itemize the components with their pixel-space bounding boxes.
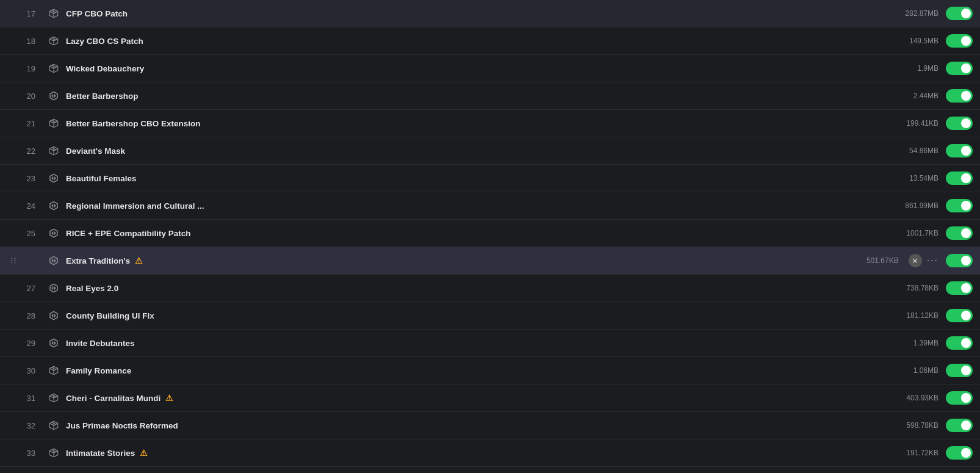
mod-name-text: Beautiful Females — [66, 174, 137, 183]
mod-name-text: Lazy CBO CS Patch — [66, 37, 143, 46]
mod-name: Better Barbershop CBO Extension — [66, 119, 865, 128]
package-icon — [46, 116, 61, 131]
mod-name: Deviant's Mask — [66, 146, 865, 156]
mod-toggle[interactable] — [946, 199, 973, 212]
mod-name: Family Romance — [66, 366, 865, 375]
mod-number: 27 — [20, 284, 41, 293]
mod-toggle[interactable] — [946, 117, 973, 130]
warning-icon: ⚠ — [165, 393, 173, 403]
svg-point-3 — [15, 258, 16, 259]
mod-size: 181.12KB — [865, 311, 939, 320]
mod-name: Lazy CBO CS Patch — [66, 37, 865, 46]
mod-name: County Building UI Fix — [66, 311, 865, 320]
mod-toggle[interactable] — [946, 309, 973, 322]
mod-number: 33 — [20, 449, 41, 458]
mod-row: 25 RICE + EPE Compatibility Patch1001.7K… — [0, 220, 980, 247]
nexus-icon — [46, 253, 61, 268]
mod-number: 30 — [20, 366, 41, 375]
nexus-icon — [46, 308, 61, 323]
mod-name-text: Wicked Debauchery — [66, 64, 144, 73]
mod-row: 18 Lazy CBO CS Patch149.5MB — [0, 27, 980, 55]
mod-name: Intimatate Stories⚠ — [66, 448, 865, 458]
package-icon — [46, 363, 61, 378]
mod-name: Invite Debutantes — [66, 339, 865, 348]
mod-row: 20 Better Barbershop2.44MB — [0, 82, 980, 110]
mod-toggle[interactable] — [946, 446, 973, 460]
more-options-button[interactable]: ··· — [927, 255, 939, 266]
mod-toggle[interactable] — [946, 89, 973, 103]
mod-toggle[interactable] — [946, 364, 973, 377]
drag-handle-icon[interactable] — [7, 256, 20, 265]
nexus-icon — [46, 281, 61, 295]
mod-name-text: Regional Immersion and Cultural ... — [66, 201, 204, 211]
mod-number: 20 — [20, 92, 41, 101]
mod-size: 1.9MB — [865, 64, 939, 73]
package-icon — [46, 418, 61, 433]
package-icon — [46, 6, 61, 21]
mod-name-text: Jus Primae Noctis Reformed — [66, 421, 178, 430]
mod-size: 199.41KB — [865, 119, 939, 128]
mod-row: 17 CFP CBO Patch282.87MB — [0, 0, 980, 27]
mod-size: 54.86MB — [865, 146, 939, 155]
mod-number: 28 — [20, 311, 41, 320]
mod-toggle[interactable] — [946, 336, 973, 350]
mod-row: 23 Beautiful Females13.54MB — [0, 165, 980, 192]
close-button[interactable]: ✕ — [909, 254, 922, 267]
nexus-icon — [46, 88, 61, 103]
package-icon — [46, 61, 61, 76]
mod-number: 19 — [20, 64, 41, 73]
mod-number: 24 — [20, 201, 41, 211]
mod-size: 1001.7KB — [865, 229, 939, 237]
mod-toggle[interactable] — [946, 419, 973, 432]
mod-row: 30 Family Romance1.06MB — [0, 357, 980, 385]
mod-row: 32 Jus Primae Noctis Reformed598.78KB — [0, 412, 980, 439]
mod-toggle[interactable] — [946, 226, 973, 240]
mod-toggle[interactable] — [946, 391, 973, 405]
mod-name-text: Better Barbershop CBO Extension — [66, 119, 201, 128]
mod-name-text: County Building UI Fix — [66, 311, 154, 320]
mod-row: 22 Deviant's Mask54.86MB — [0, 137, 980, 165]
mod-toggle[interactable] — [946, 7, 973, 20]
mod-name: Extra Tradition's⚠ — [66, 256, 826, 265]
mod-name: Real Eyes 2.0 — [66, 284, 865, 293]
mod-list: 17 CFP CBO Patch282.87MB18 Lazy CBO CS P… — [0, 0, 980, 467]
mod-name-text: Family Romance — [66, 366, 131, 375]
mod-row: 29 Invite Debutantes1.39MB — [0, 330, 980, 357]
mod-actions: ✕··· — [909, 254, 939, 267]
mod-toggle[interactable] — [946, 34, 973, 48]
mod-name: Wicked Debauchery — [66, 64, 865, 73]
nexus-icon — [46, 198, 61, 213]
mod-size: 282.87MB — [865, 9, 939, 18]
warning-icon: ⚠ — [135, 256, 143, 265]
mod-name: Regional Immersion and Cultural ... — [66, 201, 865, 211]
mod-size: 501.67KB — [826, 256, 899, 265]
package-icon — [46, 34, 61, 48]
mod-number: 22 — [20, 146, 41, 156]
mod-toggle[interactable] — [946, 254, 973, 267]
warning-icon: ⚠ — [140, 448, 148, 458]
mod-number: 18 — [20, 37, 41, 46]
mod-row: 19 Wicked Debauchery1.9MB — [0, 55, 980, 82]
mod-size: 149.5MB — [865, 37, 939, 45]
mod-name: Cheri - Carnalitas Mundi⚠ — [66, 393, 865, 403]
mod-number: 17 — [20, 9, 41, 18]
package-icon — [46, 446, 61, 460]
nexus-icon — [46, 336, 61, 350]
mod-row: 28 County Building UI Fix181.12KB — [0, 302, 980, 330]
mod-size: 1.06MB — [865, 366, 939, 375]
nexus-icon — [46, 171, 61, 186]
mod-name-text: Better Barbershop — [66, 92, 139, 101]
package-icon — [46, 391, 61, 405]
mod-name-text: CFP CBO Patch — [66, 9, 128, 18]
mod-name: Beautiful Females — [66, 174, 865, 183]
svg-point-5 — [15, 262, 16, 263]
mod-toggle[interactable] — [946, 144, 973, 157]
mod-row: 21 Better Barbershop CBO Extension199.41… — [0, 110, 980, 137]
mod-toggle[interactable] — [946, 281, 973, 295]
mod-name-text: Cheri - Carnalitas Mundi — [66, 394, 160, 403]
mod-row: 33 Intimatate Stories⚠191.72KB — [0, 439, 980, 467]
mod-toggle[interactable] — [946, 172, 973, 185]
mod-row: 31 Cheri - Carnalitas Mundi⚠403.93KB — [0, 385, 980, 412]
mod-number: 25 — [20, 229, 41, 238]
mod-toggle[interactable] — [946, 62, 973, 75]
